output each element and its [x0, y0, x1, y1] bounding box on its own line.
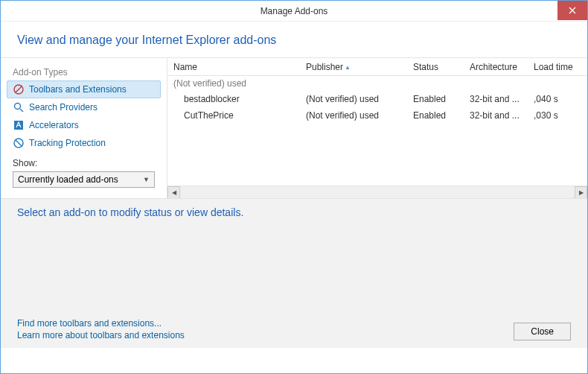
- accelerators-icon: [13, 119, 25, 131]
- find-more-link[interactable]: Find more toolbars and extensions...: [17, 318, 185, 329]
- table-header: Name Publisher▲ Status Architecture Load…: [167, 58, 587, 76]
- sidebar-item-label: Toolbars and Extensions: [29, 84, 127, 95]
- scroll-left-button[interactable]: ◀: [167, 186, 180, 199]
- sidebar-item-label: Search Providers: [29, 102, 98, 112]
- svg-point-1: [15, 104, 21, 110]
- cell-publisher: (Not verified) used: [300, 94, 407, 104]
- details-pane: Select an add-on to modify status or vie…: [1, 198, 587, 348]
- column-name[interactable]: Name: [167, 62, 300, 72]
- cell-name: bestadblocker: [167, 94, 300, 104]
- main: Add-on Types Toolbars and Extensions Sea…: [1, 58, 587, 198]
- header: View and manage your Internet Explorer a…: [1, 22, 587, 58]
- sidebar-item-accelerators[interactable]: Accelerators: [7, 116, 161, 134]
- table-row[interactable]: bestadblocker (Not verified) used Enable…: [167, 91, 587, 107]
- footer-links: Find more toolbars and extensions... Lea…: [17, 318, 185, 340]
- toolbars-icon: [13, 83, 25, 95]
- addon-table: Name Publisher▲ Status Architecture Load…: [167, 58, 587, 198]
- cell-arch: 32-bit and ...: [464, 94, 528, 104]
- close-icon: [569, 7, 576, 14]
- cell-status: Enabled: [407, 110, 464, 121]
- column-status[interactable]: Status: [407, 62, 464, 72]
- sidebar-item-label: Accelerators: [29, 120, 79, 130]
- cell-publisher: (Not verified) used: [300, 110, 407, 121]
- sidebar: Add-on Types Toolbars and Extensions Sea…: [1, 58, 167, 198]
- table-group[interactable]: (Not verified) used: [167, 76, 587, 91]
- addon-types-label: Add-on Types: [7, 64, 161, 80]
- sidebar-item-toolbars-extensions[interactable]: Toolbars and Extensions: [7, 80, 161, 98]
- cell-name: CutThePrice: [167, 110, 300, 121]
- sidebar-item-search-providers[interactable]: Search Providers: [7, 98, 161, 116]
- dropdown-value: Currently loaded add-ons: [18, 174, 118, 185]
- table-row[interactable]: CutThePrice (Not verified) used Enabled …: [167, 107, 587, 124]
- header-text: View and manage your Internet Explorer a…: [17, 34, 571, 47]
- window-title: Manage Add-ons: [261, 6, 328, 16]
- learn-more-link[interactable]: Learn more about toolbars and extensions: [17, 330, 185, 340]
- cell-load: ,030 s: [528, 110, 580, 121]
- column-load-time[interactable]: Load time: [528, 62, 580, 72]
- sidebar-item-tracking-protection[interactable]: Tracking Protection: [7, 134, 161, 152]
- details-prompt: Select an add-on to modify status or vie…: [17, 206, 571, 218]
- cell-arch: 32-bit and ...: [464, 110, 528, 121]
- footer: Find more toolbars and extensions... Lea…: [17, 318, 571, 340]
- shield-icon: [13, 137, 25, 149]
- sidebar-item-label: Tracking Protection: [29, 138, 106, 148]
- cell-load: ,040 s: [528, 94, 580, 104]
- titlebar: Manage Add-ons: [1, 1, 587, 22]
- search-icon: [13, 101, 25, 113]
- scroll-right-button[interactable]: ▶: [575, 186, 587, 199]
- column-architecture[interactable]: Architecture: [464, 62, 528, 72]
- sort-icon: ▲: [345, 64, 351, 71]
- window-close-button[interactable]: [557, 1, 587, 20]
- close-button[interactable]: Close: [514, 323, 571, 340]
- chevron-down-icon: ▼: [143, 176, 150, 183]
- cell-status: Enabled: [407, 94, 464, 104]
- horizontal-scrollbar[interactable]: ◀ ▶: [167, 186, 587, 198]
- show-dropdown[interactable]: Currently loaded add-ons ▼: [13, 171, 155, 188]
- show-label: Show:: [7, 153, 161, 170]
- column-publisher[interactable]: Publisher▲: [300, 62, 407, 72]
